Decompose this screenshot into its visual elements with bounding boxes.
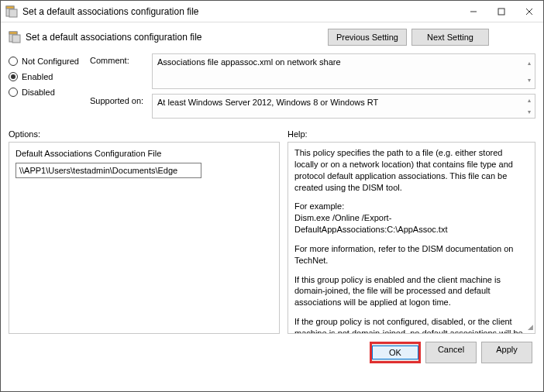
supported-on-box: At least Windows Server 2012, Windows 8 … xyxy=(152,94,535,119)
radio-indicator xyxy=(9,72,18,81)
apply-button[interactable]: Apply xyxy=(481,342,532,363)
radio-not-configured[interactable]: Not Configured xyxy=(9,57,90,66)
help-text: For example: xyxy=(294,201,529,212)
radio-label: Disabled xyxy=(22,88,55,97)
radio-indicator xyxy=(9,88,18,97)
comment-label: Comment: xyxy=(90,53,152,89)
svg-rect-8 xyxy=(9,32,17,34)
help-text: Dism.exe /Online /Export-DefaultAppAssoc… xyxy=(294,212,529,236)
state-radio-group: Not Configured Enabled Disabled xyxy=(9,53,90,123)
previous-setting-button[interactable]: Previous Setting xyxy=(328,29,407,46)
window-titlebar: Set a default associations configuration… xyxy=(1,1,543,22)
radio-enabled[interactable]: Enabled xyxy=(9,72,90,81)
resize-grip-icon: ◢ xyxy=(528,322,533,332)
help-text: If the group policy is not configured, d… xyxy=(294,316,529,334)
radio-disabled[interactable]: Disabled xyxy=(9,88,90,97)
svg-rect-2 xyxy=(9,9,17,17)
svg-rect-1 xyxy=(6,6,14,9)
page-subtitle: Set a default associations configuration… xyxy=(26,32,328,43)
help-label: Help: xyxy=(287,129,535,139)
policy-icon xyxy=(9,31,21,43)
next-setting-button[interactable]: Next Setting xyxy=(411,29,489,46)
help-text: This policy specifies the path to a file… xyxy=(294,147,529,193)
dialog-button-row: OK Cancel Apply xyxy=(1,334,543,368)
comment-scrollbar[interactable]: ▴▾ xyxy=(524,54,535,88)
svg-rect-9 xyxy=(12,35,20,43)
radio-indicator xyxy=(9,57,18,66)
help-panel: This policy specifies the path to a file… xyxy=(287,142,535,334)
policy-icon xyxy=(5,5,18,18)
help-text: If this group policy is enabled and the … xyxy=(294,274,529,309)
comment-value: Associations file appassoc.xml on networ… xyxy=(157,57,341,67)
window-title: Set a default associations configuration… xyxy=(22,6,460,17)
cancel-button[interactable]: Cancel xyxy=(425,342,477,363)
options-panel: Default Associations Configuration File … xyxy=(9,142,280,334)
options-label: Options: xyxy=(9,129,287,139)
help-text: For more information, refer to the DISM … xyxy=(294,243,529,266)
supported-on-label: Supported on: xyxy=(90,94,152,119)
close-button[interactable] xyxy=(515,1,543,22)
config-file-path-value: \\APP1\Users\testadmin\Documents\Edge xyxy=(19,166,177,175)
option-field-label: Default Associations Configuration File xyxy=(15,149,273,158)
minimize-button[interactable] xyxy=(460,1,487,22)
supported-scrollbar[interactable]: ▴▾ xyxy=(524,95,535,118)
config-file-path-input[interactable]: \\APP1\Users\testadmin\Documents\Edge xyxy=(15,163,201,178)
supported-on-value: At least Windows Server 2012, Windows 8 … xyxy=(157,98,378,107)
comment-input[interactable]: Associations file appassoc.xml on networ… xyxy=(152,53,535,89)
maximize-button[interactable] xyxy=(487,1,515,22)
svg-rect-4 xyxy=(498,9,504,15)
radio-label: Enabled xyxy=(22,72,53,81)
header-row: Set a default associations configuration… xyxy=(1,22,543,50)
ok-button[interactable]: OK xyxy=(370,342,421,363)
radio-label: Not Configured xyxy=(22,57,79,66)
